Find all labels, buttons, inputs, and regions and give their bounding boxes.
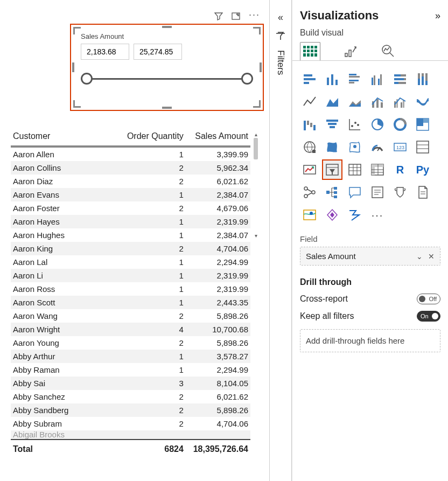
funnel-chart-icon[interactable] [323, 115, 342, 134]
drill-through-drop-well[interactable]: Add drill-through fields here [300, 329, 440, 352]
matrix-icon[interactable] [368, 160, 387, 179]
line-chart-icon[interactable] [300, 92, 319, 111]
table-row[interactable]: Abby Arthur13,578.27 [11, 350, 250, 363]
report-canvas[interactable]: ··· Sales Amount ▴ [0, 0, 269, 481]
more-icon[interactable]: ··· [249, 12, 257, 20]
table-row[interactable]: Aaron Diaz26,021.62 [11, 175, 250, 188]
resize-handle[interactable] [162, 26, 172, 28]
slicer-max-input[interactable] [134, 44, 182, 60]
card-icon[interactable]: 123 [390, 137, 410, 157]
arcgis-map-icon[interactable] [300, 205, 319, 225]
cross-report-toggle[interactable]: Off [417, 294, 440, 304]
stacked-column-chart-icon[interactable] [323, 69, 342, 89]
table-row[interactable]: Abby Sanchez26,021.62 [11, 390, 250, 403]
slider-thumb-max[interactable] [241, 73, 253, 85]
r-visual-icon[interactable]: R [390, 160, 410, 179]
map-icon[interactable] [300, 137, 319, 157]
ribbon-chart-icon[interactable] [413, 92, 432, 111]
smart-narrative-icon[interactable] [368, 183, 387, 202]
line-stacked-column-icon[interactable] [368, 92, 387, 111]
gauge-icon[interactable] [368, 137, 387, 157]
resize-handle[interactable] [253, 27, 261, 34]
slider-thumb-min[interactable] [81, 73, 93, 85]
treemap-icon[interactable] [413, 115, 432, 134]
analytics-tab[interactable] [380, 43, 396, 59]
pie-chart-icon[interactable] [368, 115, 387, 134]
qa-visual-icon[interactable] [345, 183, 365, 202]
paginated-report-icon[interactable] [413, 183, 432, 202]
python-visual-icon[interactable]: Py [413, 160, 432, 179]
filters-icon[interactable] [275, 31, 286, 41]
table-row[interactable]: Aaron Foster24,679.06 [11, 201, 250, 215]
resize-handle[interactable] [260, 62, 262, 72]
collapse-left-icon[interactable]: « [278, 12, 283, 23]
table-row[interactable]: Aaron Allen13,399.99 [11, 147, 250, 161]
hundred-stacked-bar-icon[interactable] [390, 69, 410, 89]
clustered-bar-chart-icon[interactable] [345, 69, 365, 89]
scroll-up-icon[interactable]: ▴ [255, 131, 257, 138]
resize-handle[interactable] [253, 100, 261, 108]
kpi-icon[interactable] [300, 160, 319, 179]
table-row[interactable]: Aaron Ross12,319.99 [11, 282, 250, 296]
col-customer[interactable]: Customer [11, 128, 118, 147]
waterfall-chart-icon[interactable] [300, 115, 319, 134]
slicer-visual[interactable]: Sales Amount [73, 27, 261, 108]
scroll-down-icon[interactable]: ▾ [255, 233, 257, 239]
decomposition-tree-icon[interactable] [323, 183, 342, 202]
hundred-stacked-column-icon[interactable] [413, 69, 432, 89]
focus-mode-icon[interactable] [232, 12, 240, 20]
table-row[interactable]: Aaron Li12,319.99 [11, 269, 250, 282]
scatter-chart-icon[interactable] [345, 115, 365, 134]
format-visual-tab[interactable] [342, 43, 358, 59]
table-row[interactable]: Aaron Lal12,294.99 [11, 255, 250, 269]
resize-handle[interactable] [73, 27, 81, 34]
table-row[interactable]: Abby Raman12,294.99 [11, 363, 250, 377]
power-apps-icon[interactable] [323, 205, 342, 225]
slicer-slider[interactable] [81, 73, 253, 85]
slicer-icon[interactable] [323, 160, 342, 179]
table-row[interactable]: Aaron Collins25,962.34 [11, 161, 250, 175]
filters-label[interactable]: Filters [275, 50, 286, 75]
table-row[interactable]: Aaron Scott12,443.35 [11, 296, 250, 309]
table-icon[interactable] [345, 160, 365, 179]
expand-right-icon[interactable]: » [435, 10, 440, 22]
power-automate-icon[interactable] [345, 205, 365, 225]
field-pill-sales-amount[interactable]: Sales Amount ⌄ ✕ [300, 247, 440, 265]
build-visual-tab[interactable] [300, 42, 320, 59]
remove-field-icon[interactable]: ✕ [428, 252, 435, 261]
table-row[interactable]: Aaron Hughes12,384.07 [11, 228, 250, 242]
table-visual[interactable]: ▴ ▾ Customer Order Quantity Sales Amount… [11, 128, 250, 458]
multi-row-card-icon[interactable] [413, 137, 432, 157]
table-row[interactable]: Aaron Hayes12,319.99 [11, 215, 250, 228]
resize-handle[interactable] [72, 62, 74, 72]
table-row[interactable]: Aaron Wang25,898.26 [11, 309, 250, 323]
azure-map-icon[interactable] [345, 137, 365, 157]
table-row[interactable]: Abby Sandberg25,898.26 [11, 403, 250, 417]
get-more-visuals-icon[interactable]: ··· [368, 205, 387, 225]
resize-handle[interactable] [162, 107, 172, 109]
col-order-qty[interactable]: Order Quantity [118, 128, 186, 147]
table-row[interactable]: Aaron Evans12,384.07 [11, 188, 250, 201]
area-chart-icon[interactable] [323, 92, 342, 111]
table-row[interactable]: Abby Sai38,104.05 [11, 377, 250, 390]
scroll-thumb[interactable] [254, 138, 258, 159]
filled-map-icon[interactable] [323, 137, 342, 157]
donut-chart-icon[interactable] [390, 115, 410, 134]
field-well[interactable]: Sales Amount ⌄ ✕ [300, 247, 440, 266]
key-influencers-icon[interactable] [300, 183, 319, 202]
table-row[interactable]: Aaron Young25,898.26 [11, 336, 250, 350]
slicer-min-input[interactable] [81, 44, 129, 60]
goals-icon[interactable] [390, 183, 410, 202]
col-sales-amount[interactable]: Sales Amount [186, 128, 250, 147]
table-row[interactable]: Aaron Wright410,700.68 [11, 323, 250, 336]
keep-filters-toggle[interactable]: On [417, 311, 440, 322]
table-row[interactable]: Aaron King24,704.06 [11, 242, 250, 255]
clustered-column-chart-icon[interactable] [368, 69, 387, 89]
stacked-area-chart-icon[interactable] [345, 92, 365, 111]
stacked-bar-chart-icon[interactable] [300, 69, 319, 89]
resize-handle[interactable] [73, 100, 81, 108]
line-clustered-column-icon[interactable] [390, 92, 410, 111]
table-scrollbar[interactable]: ▴ ▾ [254, 131, 258, 239]
slicer-visual-selection[interactable]: Sales Amount [70, 24, 264, 111]
table-row[interactable]: Abby Subram24,704.06 [11, 417, 250, 430]
